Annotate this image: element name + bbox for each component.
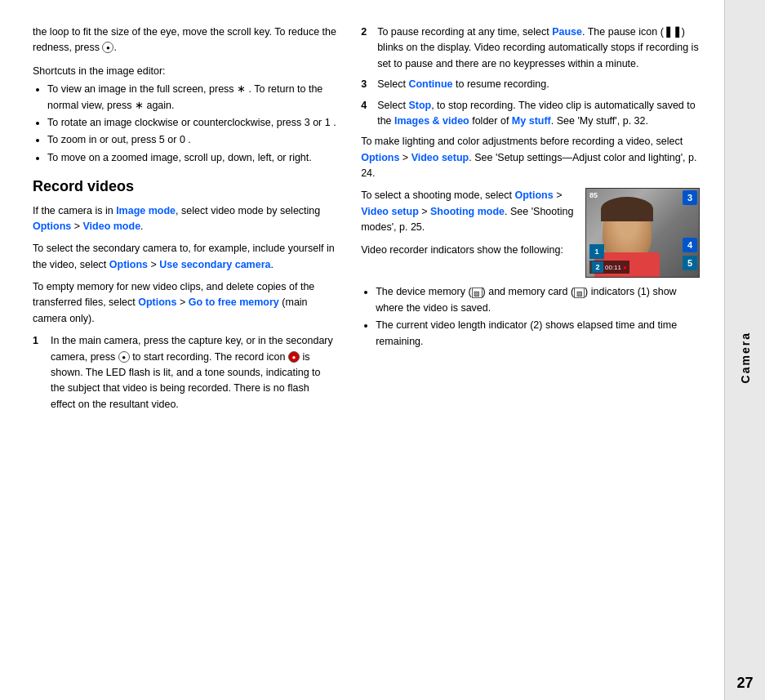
right-sidebar: Camera 27 bbox=[724, 0, 765, 700]
link-continue[interactable]: Continue bbox=[408, 78, 452, 90]
link-video-setup-2[interactable]: Video setup bbox=[361, 206, 419, 217]
top-left-indicator: 85 bbox=[589, 191, 598, 199]
intro-text: the loop to fit the size of the eye, mov… bbox=[33, 25, 336, 56]
step-1: 1 In the main camera, press the capture … bbox=[33, 333, 336, 412]
badge-1: 1 bbox=[589, 244, 604, 259]
timecode: 00:11 bbox=[605, 264, 621, 271]
page-number: 27 bbox=[736, 675, 753, 692]
link-go-to-free-memory[interactable]: Go to free memory bbox=[189, 296, 279, 308]
camera-viewfinder-container: 85 3 4 5 2 00:11 ● 1 bbox=[585, 188, 700, 278]
recording-dot: ● bbox=[623, 264, 627, 271]
link-options-lighting[interactable]: Options bbox=[361, 152, 399, 163]
link-options-shooting[interactable]: Options bbox=[514, 189, 553, 201]
main-content: the loop to fit the size of the eye, mov… bbox=[0, 0, 724, 700]
left-column: the loop to fit the size of the eye, mov… bbox=[33, 25, 353, 675]
link-secondary-camera[interactable]: Use secondary camera bbox=[159, 259, 270, 270]
video-section-row: To select a shooting mode, select Option… bbox=[361, 188, 700, 278]
shortcuts-list: To view an image in the full screen, pre… bbox=[47, 82, 336, 166]
para-free-memory: To empty memory for new video clips, and… bbox=[33, 279, 336, 327]
badge-3: 3 bbox=[683, 190, 697, 205]
link-options-3[interactable]: Options bbox=[138, 296, 176, 308]
memory-card-icon: ▨ bbox=[574, 288, 585, 298]
step-3: 3 Select Continue to resume recording. bbox=[361, 77, 700, 92]
link-shooting-mode[interactable]: Shooting mode bbox=[430, 206, 505, 217]
camera-viewfinder: 85 3 4 5 2 00:11 ● 1 bbox=[585, 188, 700, 278]
para-lighting: To make lighting and color adjustments b… bbox=[361, 134, 700, 181]
list-item-video-length: The current video length indicator (2) s… bbox=[376, 318, 700, 350]
list-item: To rotate an image clockwise or counterc… bbox=[47, 115, 336, 131]
list-item: To move on a zoomed image, scroll up, do… bbox=[47, 150, 336, 166]
link-image-mode[interactable]: Image mode bbox=[116, 205, 176, 216]
badge-4: 4 bbox=[683, 238, 697, 252]
para-secondary-camera: To select the secondary camera to, for e… bbox=[33, 241, 336, 273]
list-item-device-memory: The device memory (▨) and memory card (▨… bbox=[376, 284, 700, 316]
video-text-col: To select a shooting mode, select Option… bbox=[361, 188, 577, 265]
list-item: To zoom in or out, press 5 or 0 . bbox=[47, 132, 336, 148]
circle-icon: ● bbox=[102, 42, 113, 53]
list-item: To view an image in the full screen, pre… bbox=[47, 82, 336, 114]
section-heading-record-videos: Record videos bbox=[33, 177, 336, 196]
link-pause[interactable]: Pause bbox=[552, 26, 582, 38]
link-my-stuff[interactable]: My stuff bbox=[512, 115, 551, 127]
shortcuts-label: Shortcuts in the image editor: bbox=[33, 64, 336, 79]
link-video-mode[interactable]: Video mode bbox=[82, 221, 140, 232]
para-image-mode: If the camera is in Image mode, select v… bbox=[33, 203, 336, 235]
device-memory-icon: ▨ bbox=[472, 288, 483, 298]
link-options-2[interactable]: Options bbox=[109, 259, 148, 270]
sidebar-camera-label: Camera bbox=[739, 332, 752, 383]
timecode-bar: 2 00:11 ● bbox=[589, 261, 629, 274]
link-stop[interactable]: Stop bbox=[408, 100, 431, 111]
para-indicators-label: Video recorder indicators show the follo… bbox=[361, 243, 577, 258]
indicator-bullets-list: The device memory (▨) and memory card (▨… bbox=[376, 284, 700, 350]
step-2: 2 To pause recording at any time, select… bbox=[361, 25, 700, 72]
right-column: 2 To pause recording at any time, select… bbox=[353, 25, 700, 675]
step-4: 4 Select Stop, to stop recording. The vi… bbox=[361, 98, 700, 130]
steps-list-right: 2 To pause recording at any time, select… bbox=[361, 25, 700, 129]
link-video-setup[interactable]: Video setup bbox=[411, 152, 469, 163]
para-shooting-mode: To select a shooting mode, select Option… bbox=[361, 188, 577, 235]
steps-list-left: 1 In the main camera, press the capture … bbox=[33, 333, 336, 412]
record-icon: ● bbox=[288, 351, 300, 363]
badge-2: 2 bbox=[592, 261, 603, 273]
link-images-video[interactable]: Images & video bbox=[394, 115, 469, 127]
badge-5: 5 bbox=[683, 256, 697, 270]
circle-icon-2: ● bbox=[118, 351, 130, 363]
link-options-1[interactable]: Options bbox=[33, 221, 71, 232]
